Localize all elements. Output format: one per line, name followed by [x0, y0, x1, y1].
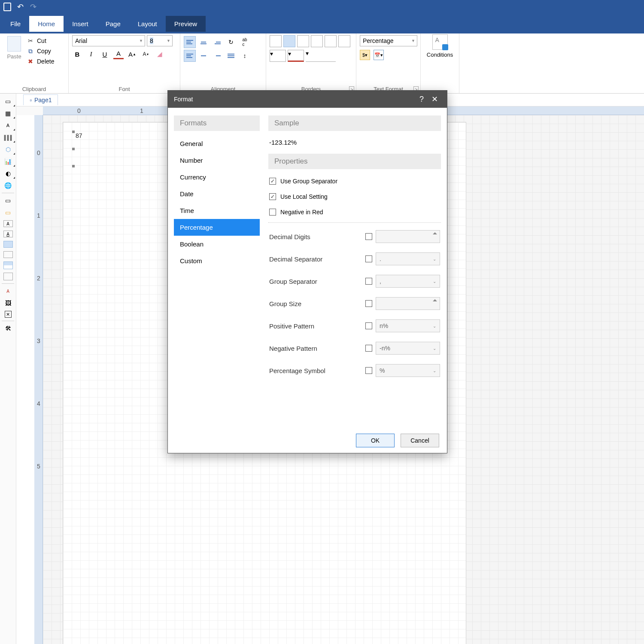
delete-button[interactable]: ✖Delete: [27, 58, 54, 65]
undo-icon[interactable]: [16, 3, 24, 11]
tool-map-icon[interactable]: 🌐: [0, 179, 16, 191]
conditions-icon[interactable]: A: [432, 34, 448, 50]
fill-color-button[interactable]: ▾: [270, 50, 286, 62]
font-color-button[interactable]: A: [113, 49, 124, 59]
redo-icon[interactable]: [29, 3, 37, 11]
tool-barcode-icon[interactable]: ∥∥∥: [0, 131, 16, 143]
font-size-combo[interactable]: 8▼: [147, 35, 173, 46]
group-size-override-checkbox[interactable]: [365, 300, 372, 307]
text-format-combo[interactable]: Percentage▼: [360, 35, 417, 46]
format-item-general[interactable]: General: [174, 135, 260, 152]
tool-table-icon[interactable]: [3, 261, 13, 269]
format-item-date[interactable]: Date: [174, 185, 260, 202]
vertical-ruler: 0 1 2 3 4 5: [34, 115, 43, 644]
tool-label-icon[interactable]: A: [0, 285, 16, 297]
close-button[interactable]: ✕: [428, 94, 441, 104]
font-name-combo[interactable]: Arial▼: [72, 35, 145, 46]
decimal-separator-combo[interactable]: .⌄: [376, 252, 440, 265]
format-item-number[interactable]: Number: [174, 152, 260, 169]
tool-image-icon[interactable]: 🖼: [0, 297, 16, 309]
italic-button[interactable]: I: [86, 49, 96, 59]
align-middle-left-button[interactable]: [184, 50, 196, 62]
font-shrink-button[interactable]: A▼: [141, 49, 151, 59]
border-none-button[interactable]: [283, 35, 295, 47]
format-item-custom[interactable]: Custom: [174, 252, 260, 269]
tool-close-icon[interactable]: ✕: [5, 311, 12, 318]
border-color-button[interactable]: ▾: [288, 50, 304, 62]
cell-value[interactable]: 87: [76, 132, 93, 142]
selection-handle-ml[interactable]: [72, 148, 75, 150]
text-direction-button[interactable]: abc: [239, 36, 251, 48]
tool-settings-icon[interactable]: 🛠: [0, 322, 16, 334]
decimal-separator-override-checkbox[interactable]: [365, 255, 372, 262]
tab-preview[interactable]: Preview: [166, 16, 206, 32]
decimal-digits-input[interactable]: [376, 230, 440, 243]
align-middle-right-button[interactable]: [211, 50, 223, 62]
negative-pattern-combo[interactable]: -n%⌄: [376, 342, 440, 355]
border-style-button[interactable]: ▾: [306, 50, 336, 62]
tool-crosstab-icon[interactable]: ▦: [0, 107, 16, 119]
format-item-time[interactable]: Time: [174, 202, 260, 219]
group-size-input[interactable]: [376, 297, 440, 310]
percentage-symbol-combo[interactable]: %⌄: [376, 364, 440, 377]
format-item-currency[interactable]: Currency: [174, 169, 260, 185]
tool-richtext-icon[interactable]: A: [3, 231, 13, 237]
tool-chart-icon[interactable]: 📊: [0, 155, 16, 167]
tab-layout[interactable]: Layout: [129, 16, 166, 32]
align-top-center-button[interactable]: [197, 36, 210, 48]
selection-handle-tl[interactable]: [72, 131, 75, 133]
tab-insert[interactable]: Insert: [64, 16, 97, 32]
align-top-left-button[interactable]: [184, 36, 196, 48]
paste-button[interactable]: Paste: [3, 35, 25, 82]
border-bottom-button[interactable]: [338, 35, 350, 47]
ok-button[interactable]: OK: [356, 434, 395, 447]
format-item-percentage[interactable]: Percentage: [174, 219, 260, 236]
bold-button[interactable]: B: [72, 49, 82, 59]
tool-shape-icon[interactable]: ⬡: [0, 143, 16, 155]
font-grow-button[interactable]: A▲: [127, 49, 137, 59]
copy-button[interactable]: ⧉Copy: [27, 47, 54, 55]
page-tab-1[interactable]: ▫ Page1: [23, 94, 58, 105]
cut-button[interactable]: ✂Cut: [27, 37, 54, 45]
selection-handle-bl[interactable]: [72, 165, 75, 167]
tool-band-icon[interactable]: ▭: [0, 95, 16, 107]
tool-text-icon[interactable]: A: [0, 119, 16, 131]
tool-textbox-icon[interactable]: A: [3, 220, 13, 227]
currency-format-button[interactable]: $▾: [360, 50, 370, 60]
negative-pattern-override-checkbox[interactable]: [365, 345, 372, 352]
format-item-boolean[interactable]: Boolean: [174, 236, 260, 252]
help-button[interactable]: ?: [415, 95, 428, 104]
cancel-button[interactable]: Cancel: [401, 434, 439, 447]
group-separator-combo[interactable]: ,⌄: [376, 275, 440, 288]
tab-home[interactable]: Home: [29, 16, 64, 32]
date-format-button[interactable]: 📅▾: [374, 50, 384, 60]
use-local-setting-checkbox[interactable]: ✓Use Local Setting: [268, 189, 441, 204]
positive-pattern-override-checkbox[interactable]: [365, 322, 372, 329]
use-group-separator-checkbox[interactable]: ✓Use Group Separator: [268, 173, 441, 189]
line-spacing-button[interactable]: ↕: [239, 50, 251, 62]
tool-listbox-icon[interactable]: [3, 273, 13, 280]
save-icon[interactable]: [3, 3, 11, 11]
decimal-digits-override-checkbox[interactable]: [365, 233, 372, 240]
tool-container-icon[interactable]: [3, 251, 13, 258]
border-left-button[interactable]: [297, 35, 309, 47]
underline-button[interactable]: U: [100, 49, 110, 59]
align-middle-center-button[interactable]: [197, 50, 210, 62]
positive-pattern-combo[interactable]: n%⌄: [376, 319, 440, 332]
tool-header-icon[interactable]: ▭: [0, 194, 16, 207]
group-separator-override-checkbox[interactable]: [365, 278, 372, 285]
border-right-button[interactable]: [325, 35, 337, 47]
negative-in-red-checkbox[interactable]: Negative in Red: [268, 204, 441, 220]
border-top-button[interactable]: [311, 35, 323, 47]
tab-file[interactable]: File: [2, 16, 29, 32]
tab-page[interactable]: Page: [97, 16, 129, 32]
align-top-right-button[interactable]: [211, 36, 223, 48]
border-all-button[interactable]: [270, 35, 282, 47]
percentage-symbol-override-checkbox[interactable]: [365, 367, 372, 374]
tool-gauge-icon[interactable]: ◐: [0, 167, 16, 179]
rotate-button[interactable]: ↻: [225, 36, 237, 48]
align-justify-button[interactable]: [225, 50, 237, 62]
tool-footer-icon[interactable]: ▭: [0, 207, 16, 219]
tool-panel-icon[interactable]: [3, 241, 13, 248]
clear-format-button[interactable]: ◢: [155, 49, 165, 59]
